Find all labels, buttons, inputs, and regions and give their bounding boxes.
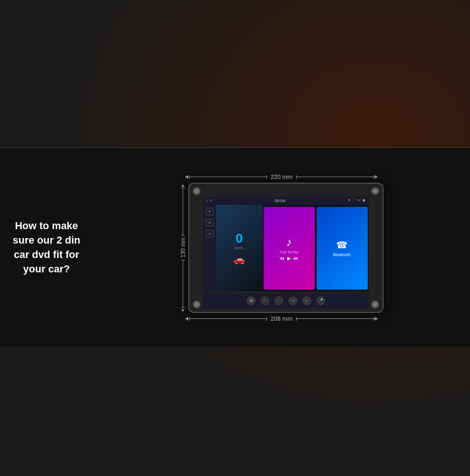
head-unit-device: ⌂ ≡ 08:04 ✦ ⌒ ↩ ◉ xyxy=(188,183,384,313)
back-icon: ↩ xyxy=(357,198,361,203)
screen-main-content: 0 km/h 🚗 ♪ Click To Play ⏮ xyxy=(216,205,369,291)
bluetooth-icon: ☎ xyxy=(336,239,348,251)
bluetooth-label: Bluetooth xyxy=(333,252,351,257)
screen-nav-panel: ⚙ ⊞ ◎ xyxy=(203,205,216,291)
height-label: 130 mm xyxy=(180,236,186,259)
screen-content-area: ⚙ ⊞ ◎ 0 km/h 🚗 xyxy=(203,205,369,291)
nav-icon-3: ◎ xyxy=(206,230,213,238)
up-arrow-icon: ▲ xyxy=(181,183,185,188)
screen-status-bar: ⌂ ≡ 08:04 ✦ ⌒ ↩ ◉ xyxy=(203,197,369,205)
device-diagram: ◄ 220 mm ► ▲ 130 mm ▼ xyxy=(93,148,470,347)
settings-nav-icon: ⚙ xyxy=(206,208,213,215)
vol-down-btn[interactable]: ◁ xyxy=(289,297,297,305)
next-track-icon[interactable]: ⏭ xyxy=(294,256,298,261)
bolt-top-left xyxy=(193,187,200,195)
click-to-play-label: Click To Play xyxy=(280,251,298,254)
width-bottom-label: 208 mm xyxy=(267,315,296,322)
status-icons-right: ✦ ⌒ ↩ ◉ xyxy=(348,198,365,203)
info-heading: How to make sure our 2 din car dvd fit f… xyxy=(9,219,84,276)
info-text-panel: How to make sure our 2 din car dvd fit f… xyxy=(0,148,93,347)
music-controls-bar: ⏮ ▶ ⏭ xyxy=(280,256,298,261)
width-dimension-bottom: ◄ 208 mm ► xyxy=(184,315,379,322)
home-icon: ⌂ xyxy=(206,198,208,203)
speed-value: 0 xyxy=(236,231,243,246)
right-arrow-icon: ► xyxy=(374,173,379,180)
bolt-bottom-left xyxy=(193,301,200,308)
speedometer-widget: 0 km/h 🚗 xyxy=(216,205,263,291)
home-btn[interactable]: ⌂ xyxy=(261,297,269,305)
device-screen: ⌂ ≡ 08:04 ✦ ⌒ ↩ ◉ xyxy=(203,197,369,291)
width-dimension-top: ◄ 220 mm ► xyxy=(184,173,379,180)
mic-btn[interactable]: 🎤 xyxy=(317,297,325,305)
menu-icon: ≡ xyxy=(210,198,212,203)
screen-time: 08:04 xyxy=(275,198,285,203)
back-btn[interactable]: ← xyxy=(275,297,283,305)
head-unit-wrapper: ▲ 130 mm ▼ xyxy=(180,183,384,313)
height-dimension: ▲ 130 mm ▼ xyxy=(180,183,186,313)
left-arrow-icon: ◄ xyxy=(184,173,190,180)
apps-nav-icon: ⊞ xyxy=(206,219,213,226)
bolt-top-right xyxy=(371,187,379,195)
power-icon: ◉ xyxy=(362,198,365,203)
music-note-icon: ♪ xyxy=(286,236,292,249)
screen-bottom-controls: ⏻ ⌂ ← ◁ ▷ 🎤 xyxy=(203,293,369,308)
down-arrow-icon: ▼ xyxy=(181,308,185,313)
bluetooth-widget: ☎ Bluetooth xyxy=(317,207,368,290)
right-arrow-bottom-icon: ► xyxy=(374,315,379,322)
status-icons-left: ⌂ ≡ xyxy=(206,198,212,203)
play-icon[interactable]: ▶ xyxy=(287,256,291,261)
left-arrow-bottom-icon: ◄ xyxy=(184,315,190,322)
bolt-bottom-right xyxy=(371,301,379,308)
vol-up-btn[interactable]: ▷ xyxy=(303,297,311,305)
bluetooth-status-icon: ✦ xyxy=(348,198,351,203)
wifi-icon: ⌒ xyxy=(352,198,356,203)
power-btn[interactable]: ⏻ xyxy=(247,297,255,305)
width-top-label: 220 mm xyxy=(267,173,296,180)
bottom-section: How to make sure our 2 din car dvd fit f… xyxy=(0,147,470,347)
music-widget: ♪ Click To Play ⏮ ▶ ⏭ xyxy=(264,207,315,290)
car-graphic-icon: 🚗 xyxy=(233,254,245,265)
prev-track-icon[interactable]: ⏮ xyxy=(280,256,285,261)
speed-unit: km/h xyxy=(235,246,243,250)
